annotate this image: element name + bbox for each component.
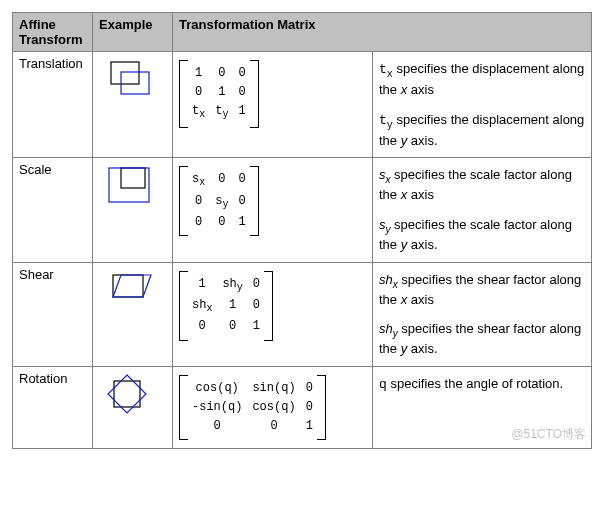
description-line: tx specifies the displacement along the … — [379, 60, 585, 99]
matrix: cos(q)sin(q)0-sin(q)cos(q)0001 — [179, 375, 366, 441]
header-transformation-matrix: Transformation Matrix — [173, 13, 592, 52]
description-cell: tx specifies the displacement along the … — [373, 52, 592, 158]
svg-rect-3 — [109, 168, 149, 202]
matrix-cell: cos(q)sin(q)0-sin(q)cos(q)0001 — [173, 366, 373, 449]
table-row: Shear 1shy0shx10001 shx specifies the sh… — [13, 262, 592, 366]
header-example: Example — [93, 13, 173, 52]
table-row: Rotation cos(q)sin(q)0-sin(q)cos(q)0001 … — [13, 366, 592, 449]
svg-rect-1 — [121, 72, 149, 94]
table-row: Scale sx000sy0001 sx specifies the scale… — [13, 158, 592, 262]
rotation-icon — [99, 371, 159, 417]
matrix: 1shy0shx10001 — [179, 271, 366, 341]
header-affine-transform: Affine Transform — [13, 13, 93, 52]
svg-rect-0 — [111, 62, 139, 84]
description-line: shx specifies the shear factor along the… — [379, 271, 585, 309]
example-cell — [93, 158, 173, 262]
example-cell — [93, 262, 173, 366]
transform-name: Rotation — [13, 366, 93, 449]
description-line: sy specifies the scale factor along the … — [379, 216, 585, 254]
example-cell — [93, 366, 173, 449]
matrix-cell: sx000sy0001 — [173, 158, 373, 262]
affine-transform-table: Affine Transform Example Transformation … — [12, 12, 592, 449]
description-line: ty specifies the displacement along the … — [379, 111, 585, 150]
shear-icon — [99, 267, 159, 313]
transform-name: Scale — [13, 158, 93, 262]
matrix-cell: 100010txty1 — [173, 52, 373, 158]
description-cell: shx specifies the shear factor along the… — [373, 262, 592, 366]
transform-name: Translation — [13, 52, 93, 158]
table-header-row: Affine Transform Example Transformation … — [13, 13, 592, 52]
matrix: sx000sy0001 — [179, 166, 366, 236]
description-line: shy specifies the shear factor along the… — [379, 320, 585, 358]
description-line: q specifies the angle of rotation. — [379, 375, 585, 394]
description-cell: q specifies the angle of rotation. — [373, 366, 592, 449]
matrix: 100010txty1 — [179, 60, 366, 128]
translation-icon — [99, 56, 159, 102]
scale-icon — [99, 162, 159, 208]
description-line: sx specifies the scale factor along the … — [379, 166, 585, 204]
description-cell: sx specifies the scale factor along the … — [373, 158, 592, 262]
matrix-cell: 1shy0shx10001 — [173, 262, 373, 366]
svg-marker-5 — [113, 275, 151, 297]
example-cell — [93, 52, 173, 158]
transform-name: Shear — [13, 262, 93, 366]
table-row: Translation 100010txty1 tx specifies the… — [13, 52, 592, 158]
svg-rect-2 — [121, 168, 145, 188]
